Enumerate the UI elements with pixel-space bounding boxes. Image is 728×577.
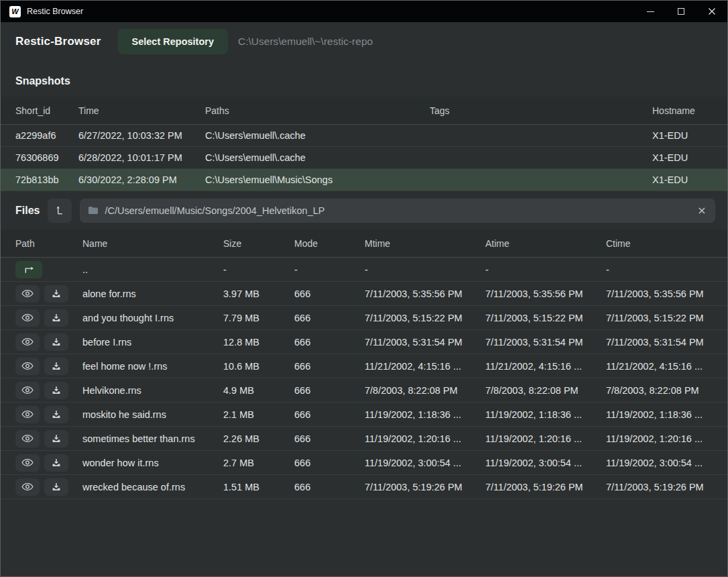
download-restore-icon	[52, 313, 61, 323]
file-size: 4.9 MB	[223, 385, 294, 396]
file-name: feel home now !.rns	[82, 361, 223, 372]
file-mtime: -	[365, 264, 485, 275]
download-file-button[interactable]	[44, 478, 68, 496]
download-restore-icon	[52, 337, 61, 347]
file-mode: 666	[294, 458, 365, 468]
download-file-button[interactable]	[44, 406, 68, 423]
file-ctime: 11/21/2002, 4:15:16 ...	[606, 361, 721, 372]
open-parent-directory-button[interactable]	[15, 261, 42, 278]
file-mode: 666	[294, 288, 365, 299]
view-file-button[interactable]	[15, 406, 40, 423]
download-file-button[interactable]	[44, 454, 68, 472]
file-row: wonder how it.rns2.7 MB66611/19/2002, 3:…	[1, 451, 727, 475]
current-path-field[interactable]: /C/Users/emuell/Music/Songs/2004_Helveti…	[80, 199, 715, 223]
snapshot-short-id: 76306869	[15, 152, 78, 163]
eye-preview-icon	[21, 362, 34, 370]
download-file-button[interactable]	[44, 382, 68, 399]
snapshot-time: 6/28/2022, 10:01:17 PM	[78, 152, 205, 163]
up-directory-arrow-icon	[23, 266, 35, 274]
clear-x-icon	[698, 207, 706, 215]
file-ctime: 11/19/2002, 1:18:36 ...	[606, 409, 721, 420]
download-restore-icon	[52, 482, 61, 492]
files-table-header: Path Name Size Mode Mtime Atime Ctime	[1, 229, 727, 258]
view-file-button[interactable]	[15, 309, 40, 327]
download-restore-icon	[52, 362, 61, 371]
file-name: and you thought I.rns	[82, 313, 223, 323]
eye-preview-icon	[21, 313, 34, 322]
download-restore-icon	[52, 386, 61, 395]
current-path-value: /C/Users/emuell/Music/Songs/2004_Helveti…	[105, 205, 690, 216]
column-header-size: Size	[223, 238, 294, 249]
column-header-short-id: Short_id	[15, 105, 78, 116]
file-row: alone for.rns3.97 MB6667/11/2003, 5:35:5…	[1, 282, 727, 306]
file-atime: 7/11/2003, 5:19:26 PM	[485, 482, 606, 492]
view-file-button[interactable]	[15, 333, 40, 351]
file-row: Helvikone.rns4.9 MB6667/8/2003, 8:22:08 …	[1, 378, 727, 403]
file-row: wrecked because of.rns1.51 MB6667/11/200…	[1, 475, 727, 499]
view-file-button[interactable]	[15, 430, 40, 448]
snapshot-row[interactable]: 763068696/28/2022, 10:01:17 PMC:\Users\e…	[1, 147, 727, 169]
file-atime: 7/11/2003, 5:31:54 PM	[485, 337, 606, 348]
snapshot-paths: C:\Users\emuell\.cache	[205, 152, 430, 163]
titlebar: W Restic Browser	[1, 1, 727, 22]
close-icon	[708, 7, 716, 15]
column-header-atime: Atime	[485, 238, 606, 249]
download-restore-icon	[52, 410, 61, 419]
view-file-button[interactable]	[15, 478, 40, 496]
snapshot-time: 6/30/2022, 2:28:09 PM	[78, 174, 205, 185]
file-size: 7.79 MB	[223, 313, 294, 323]
download-file-button[interactable]	[44, 285, 68, 303]
file-size: 2.7 MB	[223, 458, 294, 468]
column-header-name: Name	[82, 238, 223, 249]
file-name: sometimes better than.rns	[82, 433, 223, 444]
download-file-button[interactable]	[44, 358, 68, 375]
file-row: feel home now !.rns10.6 MB66611/21/2002,…	[1, 354, 727, 378]
eye-preview-icon	[21, 386, 34, 395]
column-header-mode: Mode	[294, 238, 365, 249]
snapshot-hostname: X1-EDU	[652, 152, 713, 163]
eye-preview-icon	[21, 289, 34, 298]
file-mtime: 7/11/2003, 5:15:22 PM	[365, 313, 485, 323]
select-repository-button[interactable]: Select Repository	[118, 29, 229, 54]
eye-preview-icon	[21, 410, 34, 419]
app-title: Restic-Browser	[15, 35, 101, 48]
file-mode: 666	[294, 482, 365, 492]
snapshot-row[interactable]: a2299af66/27/2022, 10:03:32 PMC:\Users\e…	[1, 125, 727, 147]
file-ctime: 11/19/2002, 3:00:54 ...	[606, 458, 721, 468]
download-file-button[interactable]	[44, 430, 68, 448]
maximize-button[interactable]	[666, 1, 696, 22]
eye-preview-icon	[21, 482, 34, 491]
view-file-button[interactable]	[15, 382, 40, 399]
view-file-button[interactable]	[15, 285, 40, 303]
download-file-button[interactable]	[44, 333, 68, 351]
go-up-directory-button[interactable]	[48, 199, 72, 223]
view-file-button[interactable]	[15, 454, 40, 472]
folder-icon	[88, 206, 99, 215]
file-mtime: 7/11/2003, 5:31:54 PM	[365, 337, 485, 348]
files-table-body: alone for.rns3.97 MB6667/11/2003, 5:35:5…	[1, 282, 727, 499]
file-ctime: 7/11/2003, 5:15:22 PM	[606, 313, 721, 323]
minimize-button[interactable]	[635, 1, 666, 22]
column-header-ctime: Ctime	[606, 238, 721, 249]
parent-directory-row: .. - - - - -	[1, 258, 727, 282]
download-restore-icon	[52, 458, 61, 468]
file-ctime: 7/11/2003, 5:35:56 PM	[606, 288, 721, 299]
file-ctime: 7/8/2003, 8:22:08 PM	[606, 385, 721, 396]
files-bar: Files /C/Users/emuell/Music/Songs/2004_H…	[1, 191, 727, 229]
file-ctime: -	[606, 264, 721, 275]
file-atime: -	[485, 264, 606, 275]
view-file-button[interactable]	[15, 358, 40, 375]
file-mtime: 11/19/2002, 3:00:54 ...	[365, 458, 485, 468]
app-logo-icon: W	[9, 6, 21, 17]
files-section-title: Files	[15, 205, 40, 217]
file-mtime: 7/8/2003, 8:22:08 PM	[365, 385, 485, 396]
snapshot-hostname: X1-EDU	[652, 130, 713, 141]
download-file-button[interactable]	[44, 309, 68, 327]
clear-path-button[interactable]	[696, 205, 707, 216]
column-header-time: Time	[78, 105, 205, 116]
close-button[interactable]	[696, 1, 727, 22]
file-mtime: 7/11/2003, 5:19:26 PM	[365, 482, 485, 492]
file-row: and you thought I.rns7.79 MB6667/11/2003…	[1, 306, 727, 330]
snapshots-table-header: Short_id Time Paths Tags Hostname	[1, 97, 727, 125]
snapshot-row[interactable]: 72b813bb6/30/2022, 2:28:09 PMC:\Users\em…	[1, 169, 727, 191]
